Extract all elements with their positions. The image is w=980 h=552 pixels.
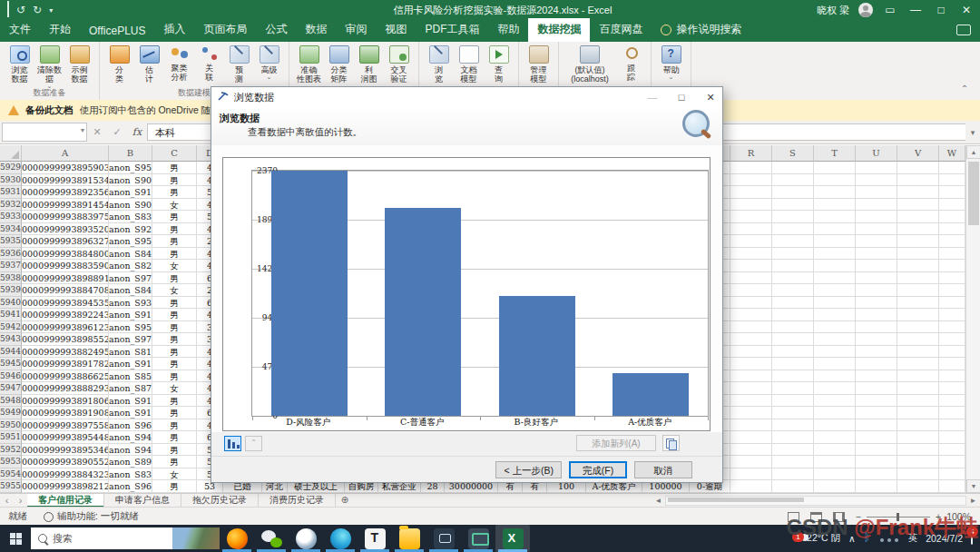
cell[interactable] [730, 235, 772, 248]
taskbar-app-edge[interactable] [323, 525, 358, 552]
tell-me-search[interactable]: 操作说明搜索 [652, 18, 750, 42]
copy-icon[interactable] [662, 435, 680, 451]
cell[interactable] [730, 321, 772, 334]
tab-百度网盘[interactable]: 百度网盘 [590, 18, 652, 42]
cell[interactable]: anon_S9720 [109, 333, 152, 346]
cell[interactable] [856, 431, 897, 444]
cell[interactable] [814, 297, 856, 310]
column-header-R[interactable]: R [730, 145, 772, 162]
row-header[interactable]: 5940 [0, 297, 22, 310]
tab-数据挖掘[interactable]: 数据挖掘 [528, 18, 590, 42]
cell[interactable] [897, 321, 939, 334]
tab-页面布局[interactable]: 页面布局 [194, 18, 256, 42]
cell[interactable] [730, 211, 772, 223]
cell[interactable] [939, 382, 965, 395]
cell[interactable]: 0000999993890552 [22, 456, 109, 468]
cell[interactable]: 男 [152, 456, 197, 468]
taskbar-app-wechat[interactable] [254, 525, 289, 552]
cell[interactable]: 男 [152, 297, 197, 310]
advanced-button[interactable]: 高级⌄ [254, 44, 284, 84]
cell[interactable] [897, 480, 939, 493]
column-header-C[interactable]: C [152, 145, 197, 162]
cell[interactable]: 男 [152, 346, 197, 359]
cell[interactable] [730, 199, 772, 212]
cancel-entry-icon[interactable]: ✕ [87, 126, 107, 138]
cell[interactable] [772, 358, 814, 370]
cell[interactable]: 0000999993886625 [22, 370, 109, 383]
manage-models-button[interactable]: 管理 模型 [524, 44, 554, 84]
cell[interactable] [730, 407, 772, 419]
cell[interactable]: 男 [152, 431, 197, 444]
cell[interactable]: 0000999993895903 [22, 162, 109, 174]
cell[interactable] [814, 186, 856, 199]
row-header[interactable]: 5933 [0, 211, 22, 223]
cell[interactable]: 0000999993892243 [22, 309, 109, 321]
dialog-title-bar[interactable]: 浏览数据 — □ ✕ [211, 87, 722, 107]
cell[interactable] [939, 395, 965, 408]
row-header[interactable]: 5946 [0, 370, 22, 383]
cell[interactable] [897, 382, 939, 395]
doc-model-button[interactable]: 文档 模型 [454, 44, 484, 84]
cell[interactable] [772, 333, 814, 346]
cell[interactable] [772, 395, 814, 408]
row-header[interactable]: 5955 [0, 480, 22, 493]
cell[interactable]: 0000999993884708 [22, 284, 109, 297]
cell[interactable]: anon_S9109 [109, 358, 152, 370]
cell[interactable]: 0000999993891534 [22, 174, 109, 187]
cell[interactable] [897, 468, 939, 481]
cell[interactable]: 女 [152, 260, 197, 272]
cell[interactable] [897, 309, 939, 321]
cell[interactable]: 男 [152, 309, 197, 321]
cell[interactable]: anon_S8334 [109, 211, 152, 223]
cell[interactable] [856, 199, 897, 212]
cell[interactable] [814, 456, 856, 468]
cell[interactable] [814, 444, 856, 457]
cell[interactable] [772, 199, 814, 212]
add-sheet-icon[interactable]: ⊕ [336, 494, 354, 508]
cell[interactable] [939, 186, 965, 199]
cell[interactable]: anon_S9561 [109, 235, 152, 248]
cell[interactable] [939, 223, 965, 236]
cell[interactable] [856, 407, 897, 419]
cell[interactable] [856, 419, 897, 432]
column-header-T[interactable]: T [814, 145, 856, 162]
cell[interactable] [897, 333, 939, 346]
cell[interactable]: 0000999993894535 [22, 297, 109, 310]
taskbar-app-excel[interactable] [495, 525, 530, 552]
cell[interactable] [772, 407, 814, 419]
close-button[interactable]: ✕ [958, 4, 975, 16]
cell[interactable]: 男 [152, 480, 197, 493]
cell[interactable] [856, 162, 897, 174]
cell[interactable]: 男 [152, 162, 197, 174]
cell[interactable]: 0000999993897558 [22, 419, 109, 432]
browse-data-button[interactable]: 浏览 数据 [5, 44, 34, 90]
hscroll-left-icon[interactable]: ◄ [652, 495, 665, 508]
hscroll-right-icon[interactable]: ► [966, 495, 980, 508]
cell[interactable] [772, 382, 814, 395]
cell[interactable] [730, 272, 772, 285]
insert-function-icon[interactable]: fx [127, 126, 147, 138]
start-button[interactable] [0, 525, 31, 552]
cell[interactable] [772, 309, 814, 321]
tab-文件[interactable]: 文件 [0, 18, 40, 42]
cell[interactable] [856, 321, 897, 334]
cell[interactable] [814, 309, 856, 321]
cell[interactable] [897, 211, 939, 223]
cell[interactable]: anon_S9463 [109, 444, 152, 457]
taskbar-app-firefox[interactable] [220, 525, 254, 552]
cell[interactable] [814, 431, 856, 444]
cell[interactable] [772, 272, 814, 285]
row-header[interactable]: 5951 [0, 431, 22, 444]
cell[interactable] [814, 272, 856, 285]
hscroll-track[interactable] [665, 496, 966, 506]
cell[interactable] [939, 162, 965, 174]
row-header[interactable]: 5953 [0, 456, 22, 468]
cell[interactable] [939, 456, 965, 468]
column-header-A[interactable]: A [22, 145, 109, 162]
cell[interactable]: anon_S9282 [109, 223, 152, 236]
cell[interactable] [897, 358, 939, 370]
cell[interactable] [897, 407, 939, 419]
expand-formula-bar-icon[interactable]: ▾ [965, 128, 980, 137]
cell[interactable]: 男 [152, 419, 197, 432]
cell[interactable] [856, 382, 897, 395]
